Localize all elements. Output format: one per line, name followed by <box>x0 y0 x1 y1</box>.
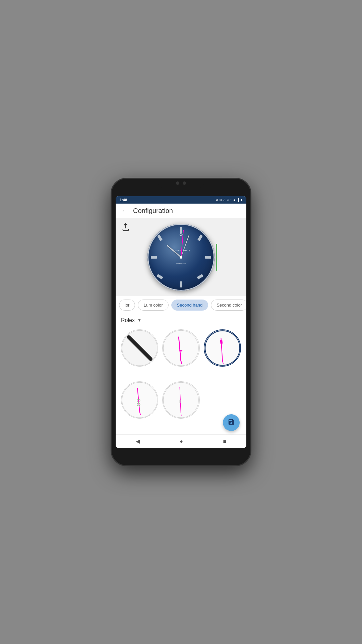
mail-status-icon: ✉ <box>220 198 222 202</box>
bottom-nav: ◀ ● ■ <box>116 434 246 448</box>
phone-camera <box>176 181 186 185</box>
fab-save-button[interactable] <box>223 414 240 431</box>
svg-rect-2 <box>205 256 211 259</box>
hand-option-thin[interactable] <box>162 381 199 419</box>
watch-container: ⚙ Custom Luxury Watchface <box>147 224 215 291</box>
center-dot <box>180 256 182 259</box>
tabs-container: lor Lum color Second hand Second color <box>116 296 246 314</box>
g-status-icon: G <box>227 198 229 202</box>
camera-dot-2 <box>183 181 186 185</box>
svg-rect-6 <box>157 274 163 279</box>
watch-face: ⚙ Custom Luxury Watchface <box>147 224 215 291</box>
nav-home-button[interactable]: ● <box>180 438 183 444</box>
top-bar: ← Configuration <box>116 204 246 218</box>
dot-status-icon: • <box>231 198 232 202</box>
save-icon <box>228 418 235 427</box>
hand-option-none[interactable] <box>121 329 158 367</box>
dropdown-area[interactable]: Rolex ▼ <box>116 314 246 327</box>
tab-second-color[interactable]: Second color <box>211 300 246 311</box>
page-title: Configuration <box>133 207 173 215</box>
tab-color[interactable]: lor <box>119 300 135 311</box>
svg-rect-4 <box>197 234 203 241</box>
svg-rect-14 <box>180 350 183 351</box>
hand-option-simple[interactable] <box>162 329 199 367</box>
camera-dot-1 <box>176 181 179 185</box>
wifi-icon <box>233 198 236 202</box>
hand-option-dot[interactable] <box>121 381 158 419</box>
tab-second-hand[interactable]: Second hand <box>171 300 208 311</box>
svg-rect-28 <box>180 400 181 403</box>
phone-frame: 1:48 ⚙ ✉ A G • ← Configuration <box>111 178 251 466</box>
phone-screen: 1:48 ⚙ ✉ A G • ← Configuration <box>116 196 246 448</box>
share-button[interactable] <box>121 222 130 233</box>
nav-back-button[interactable]: ◀ <box>136 438 140 444</box>
dropdown-arrow-icon: ▼ <box>137 318 141 323</box>
status-bar: 1:48 ⚙ ✉ A G • <box>116 196 246 204</box>
nav-recent-button[interactable]: ■ <box>223 438 227 444</box>
svg-rect-1 <box>180 281 182 287</box>
hand-option-rolex[interactable] <box>204 329 241 367</box>
back-button[interactable]: ← <box>121 207 128 215</box>
gear-status-icon: ⚙ <box>216 198 218 202</box>
a-status-icon: A <box>224 198 226 202</box>
svg-line-27 <box>181 413 181 416</box>
scroll-indicator <box>216 244 217 271</box>
phone-notch <box>158 179 204 188</box>
svg-rect-7 <box>157 234 163 241</box>
watch-model-text: Watchface <box>176 263 186 265</box>
status-icons: ⚙ ✉ A G • <box>216 198 243 202</box>
svg-rect-3 <box>151 256 157 259</box>
status-time: 1:48 <box>120 198 127 202</box>
dropdown-label: Rolex <box>121 317 135 323</box>
watch-preview-area: ⚙ Custom Luxury Watchface <box>116 218 246 296</box>
tab-lum-color[interactable]: Lum color <box>138 300 168 311</box>
svg-rect-18 <box>220 340 222 344</box>
svg-rect-5 <box>197 274 203 279</box>
signal-icon <box>237 198 239 202</box>
battery-icon <box>241 198 242 202</box>
